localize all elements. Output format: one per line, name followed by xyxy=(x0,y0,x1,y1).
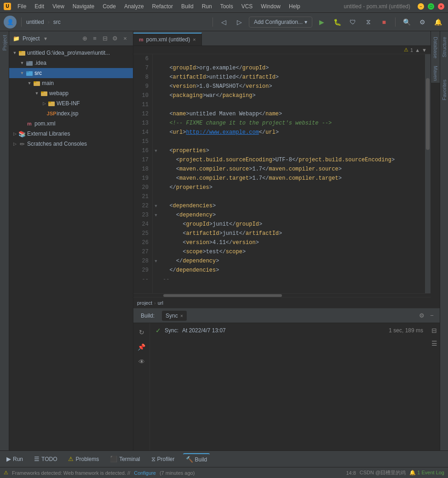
scrollbar-thumb[interactable] xyxy=(426,78,430,150)
menu-file[interactable]: File xyxy=(14,2,30,11)
tree-item-idea[interactable]: ▼ .idea xyxy=(9,58,133,68)
menu-vcs[interactable]: VCS xyxy=(238,2,257,11)
favorites-label[interactable]: Favorites xyxy=(441,78,448,102)
left-panel-strip: Project xyxy=(0,31,9,450)
h-scrollbar-thumb[interactable] xyxy=(163,294,282,297)
add-configuration-button[interactable]: Add Configuration... ▾ xyxy=(249,17,312,28)
warning-nav-up[interactable]: ▲ xyxy=(415,47,420,53)
fold-icon-properties[interactable]: ▼ xyxy=(153,146,159,155)
project-panel-actions: ⊕ ≡ ⊟ ⚙ × xyxy=(80,34,129,43)
line-numbers: 6 7 8 9 10 11 12 13 14 15 16 17 xyxy=(133,54,153,293)
forward-button[interactable]: ▷ xyxy=(233,16,246,28)
minimize-button[interactable]: − xyxy=(418,3,424,10)
tree-item-main[interactable]: ▼ main xyxy=(9,78,133,88)
menu-code[interactable]: Code xyxy=(99,2,120,11)
action-terminal[interactable]: ⬛ Terminal xyxy=(107,454,143,464)
tree-item-root[interactable]: ▼ untitled G:\idea_pro\maven\untit... xyxy=(9,48,133,58)
structure-label[interactable]: Structure xyxy=(441,35,448,59)
panel-settings-button[interactable]: ⚙ xyxy=(111,34,119,43)
run-button[interactable]: ▶ xyxy=(315,16,328,28)
menu-edit[interactable]: Edit xyxy=(31,2,48,11)
tree-item-external[interactable]: ▷ 📚 External Libraries xyxy=(9,129,133,139)
back-button[interactable]: ◁ xyxy=(218,16,230,28)
action-problems[interactable]: ⚠ Problems xyxy=(65,454,102,464)
fold-icon-dependency[interactable]: ▼ xyxy=(153,211,159,220)
action-todo[interactable]: ☰ TODO xyxy=(31,454,60,464)
maximize-button[interactable]: □ xyxy=(428,3,434,10)
status-configure-link[interactable]: Configure xyxy=(134,470,156,476)
tree-item-scratches[interactable]: ▷ ✏ Scratches and Consoles xyxy=(9,139,133,149)
locate-button[interactable]: ⊕ xyxy=(80,34,89,43)
menu-build[interactable]: Build xyxy=(178,2,197,11)
maven-label[interactable]: Maven xyxy=(432,64,439,83)
code-editor[interactable]: ⚠ 1 ▲ ▼ 6 7 8 9 10 11 xyxy=(133,46,431,297)
tree-item-indexjsp[interactable]: ▷ JSP index.jsp xyxy=(9,108,133,119)
layout-icon[interactable]: ⊟ xyxy=(429,325,440,336)
breadcrumb-url[interactable]: url xyxy=(158,300,163,306)
code-lines[interactable]: <groupId>org.example</groupId> <artifact… xyxy=(159,54,425,293)
sync-icon[interactable]: ↻ xyxy=(136,327,147,338)
action-profiler[interactable]: ⧖ Profiler xyxy=(149,454,178,465)
horizontal-scrollbar[interactable] xyxy=(133,293,431,297)
folder-icon-root xyxy=(18,49,26,57)
fold-icon-dep-end[interactable]: ▼ xyxy=(153,256,159,266)
folder-icon-external: 📚 xyxy=(18,130,26,137)
tree-item-webinf[interactable]: ▷ WEB-INF xyxy=(9,98,133,108)
notifications-button[interactable]: 🔔 xyxy=(431,16,444,28)
action-run[interactable]: ▶ Run xyxy=(4,454,26,464)
project-path: src xyxy=(53,19,61,25)
editor-scrollbar[interactable] xyxy=(425,54,431,293)
code-line-7: <groupId>org.example</groupId> xyxy=(163,63,425,73)
menu-run[interactable]: Run xyxy=(198,2,216,11)
editor-code-content[interactable]: 6 7 8 9 10 11 12 13 14 15 16 17 xyxy=(133,54,431,293)
coverage-button[interactable]: 🛡 xyxy=(346,16,359,28)
debug-button[interactable]: 🐛 xyxy=(331,16,344,28)
settings-button[interactable]: ⚙ xyxy=(416,16,429,28)
build-close-button[interactable]: − xyxy=(428,312,436,320)
tree-item-pomxml[interactable]: ▷ m pom.xml xyxy=(9,119,133,129)
project-dropdown-icon[interactable]: ▾ xyxy=(44,35,47,42)
tab-close-pom[interactable]: × xyxy=(193,37,195,42)
breadcrumb-bar: project › url xyxy=(133,297,431,308)
action-problems-label: Problems xyxy=(75,456,99,462)
tree-item-src[interactable]: ▼ src xyxy=(9,68,133,78)
pin-icon[interactable]: 📌 xyxy=(136,341,147,353)
bottom-tab-sync[interactable]: Sync × xyxy=(162,311,187,321)
account-button[interactable]: 👤 xyxy=(4,16,17,28)
tree-item-webapp[interactable]: ▼ webapp xyxy=(9,88,133,98)
profile-button[interactable]: ⧖ xyxy=(362,16,375,28)
code-line-27: <scope>test</scope> xyxy=(163,247,425,256)
eye-icon[interactable]: 👁 xyxy=(136,356,147,367)
menu-tools[interactable]: Tools xyxy=(217,2,237,11)
code-line-15 xyxy=(163,137,425,146)
panel-close-button[interactable]: × xyxy=(121,34,129,43)
menu-window[interactable]: Window xyxy=(257,2,284,11)
database-label[interactable]: Database xyxy=(432,35,439,60)
code-line-29: </dependencies> xyxy=(163,266,425,275)
warning-nav-down[interactable]: ▼ xyxy=(422,47,427,53)
menu-help[interactable]: Help xyxy=(285,2,304,11)
sync-tab-close[interactable]: × xyxy=(180,313,183,319)
folder-icon-src xyxy=(26,69,33,77)
code-line-ellipsis: -- xyxy=(163,275,425,284)
collapse-all-button[interactable]: ⊟ xyxy=(101,34,109,43)
list-icon[interactable]: ☰ xyxy=(429,338,440,349)
project-strip-label[interactable]: Project xyxy=(1,33,8,52)
code-line-21 xyxy=(163,192,425,201)
scroll-to-source-button[interactable]: ≡ xyxy=(91,34,99,43)
menu-refactor[interactable]: Refactor xyxy=(149,2,177,11)
project-tree[interactable]: ▼ untitled G:\idea_pro\maven\untit... ▼ … xyxy=(9,46,133,450)
sync-time: At 2022/4/7 13:07 xyxy=(182,327,226,334)
close-button[interactable]: × xyxy=(438,3,444,10)
breadcrumb-project[interactable]: project xyxy=(137,300,152,306)
editor-tab-pom[interactable]: m pom.xml (untitled) × xyxy=(133,33,202,46)
menu-navigate[interactable]: Navigate xyxy=(69,2,98,11)
fold-icon-dependencies[interactable]: ▼ xyxy=(153,201,159,211)
stop-button[interactable]: ■ xyxy=(378,16,391,28)
menu-view[interactable]: View xyxy=(49,2,68,11)
action-build[interactable]: 🔨 Build xyxy=(183,453,210,465)
build-settings-button[interactable]: ⚙ xyxy=(418,312,426,320)
status-event-log[interactable]: 🔔 1 Event Log xyxy=(409,470,444,476)
menu-analyze[interactable]: Analyze xyxy=(121,2,148,11)
search-everywhere-button[interactable]: 🔍 xyxy=(400,16,413,28)
